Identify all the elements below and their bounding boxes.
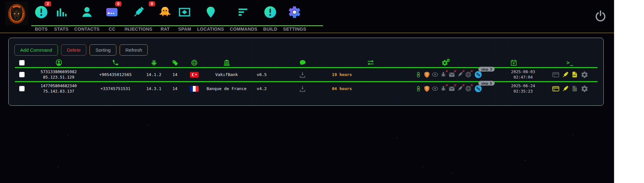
- injections-count-badge: 0: [149, 1, 155, 6]
- refresh-button[interactable]: Refresh: [120, 44, 148, 56]
- inject-action-icon[interactable]: [561, 85, 569, 93]
- x-mark: ✕: [453, 69, 456, 73]
- status-icons: ✕ ✕ ✕ ✕ step_5: [410, 85, 483, 93]
- commands-toolbar: Add Command Delete Sorting Refresh: [14, 44, 148, 56]
- nav-item-commands[interactable]: COMMANDS: [227, 0, 260, 33]
- nav-label: INJECTIONS: [124, 27, 152, 32]
- sdk-level: 14: [165, 86, 185, 91]
- bot-id: 573133806695982: [41, 69, 77, 74]
- nav-label: BUILD: [263, 27, 277, 32]
- app-circle-icon: [474, 71, 482, 79]
- nav-item-spam[interactable]: SPAM: [175, 0, 194, 33]
- nav-label: COMMANDS: [230, 27, 257, 32]
- x-mark: ✕: [470, 69, 473, 73]
- x-mark: ✕: [461, 69, 465, 73]
- add-command-button[interactable]: Add Command: [14, 44, 58, 56]
- x-mark: ✕: [470, 83, 473, 88]
- flag-turkey: ★: [190, 72, 199, 78]
- bar-chart-icon: [55, 0, 68, 24]
- logout-power-button[interactable]: [593, 9, 608, 24]
- bots-count-badge: 2: [44, 1, 51, 6]
- last-connect-date: 2025-06-24: [511, 83, 535, 89]
- right-margin-strip: [614, 0, 644, 183]
- nav-item-stats[interactable]: STATS: [51, 0, 71, 33]
- nav-item-settings[interactable]: SETTINGS: [280, 0, 309, 33]
- row-checkbox[interactable]: [19, 86, 25, 91]
- battery-icon: [415, 71, 422, 78]
- delete-button[interactable]: Delete: [61, 44, 86, 56]
- android-icon: [143, 59, 165, 66]
- logs-action-icon[interactable]: [571, 71, 579, 79]
- settings-action-icon[interactable]: [580, 71, 588, 79]
- nav-item-contacts[interactable]: CONTACTS: [71, 0, 102, 33]
- filter-bars-icon: [237, 0, 250, 24]
- bank-name: VakıfBank: [203, 72, 250, 77]
- app-screen: 2 BOTS STATS CONTACTS 0: [0, 0, 644, 183]
- main-nav: 2 BOTS STATS CONTACTS 0: [31, 0, 309, 33]
- mail-diamond-icon: [178, 0, 191, 24]
- phone-icon: [88, 59, 143, 66]
- x-mark: ✕: [445, 69, 448, 73]
- settings-action-icon[interactable]: [580, 85, 588, 93]
- syringe-disabled-icon: ✕: [456, 85, 464, 92]
- bot-ip: 85.123.51.129: [41, 75, 77, 80]
- bots-table: >_ 573133806695982 85.123.51.129 +905435…: [15, 58, 598, 95]
- flag-france: [190, 86, 199, 92]
- nav-item-injections[interactable]: 0 INJECTIONS: [122, 0, 155, 33]
- inject-action-icon[interactable]: [561, 71, 569, 79]
- shield-question-icon: [423, 85, 430, 92]
- battery-icon: [415, 85, 422, 92]
- app-status: step_5: [474, 85, 482, 93]
- table-row: 147705804682340 75.142.63.137 +337457515…: [15, 82, 598, 95]
- syringe-icon: [132, 0, 145, 24]
- select-all-checkbox[interactable]: [19, 60, 25, 65]
- download-icon[interactable]: [299, 71, 307, 79]
- user-circle-icon: [29, 59, 88, 66]
- nav-active-underline: [31, 25, 323, 26]
- logs-action-icon[interactable]: [571, 85, 579, 93]
- nav-label: CC: [109, 27, 115, 32]
- bank-icon: [203, 59, 250, 66]
- globe-icon: [185, 59, 203, 66]
- globe-disabled-icon: ✕: [465, 71, 472, 78]
- wolf-logo: [5, 2, 28, 25]
- nav-item-rat[interactable]: RAT: [155, 0, 175, 33]
- card-action-icon[interactable]: [552, 71, 560, 79]
- octopus-icon: [158, 0, 172, 24]
- phone-number: +33745751531: [88, 86, 143, 91]
- nav-label: STATS: [54, 27, 68, 32]
- nav-item-cc[interactable]: 0 CC: [102, 0, 122, 33]
- android-version: 14.3.1: [143, 86, 165, 91]
- step-badge: step_5: [478, 81, 495, 86]
- card-action-icon[interactable]: [552, 85, 560, 93]
- table-row: 573133806695982 85.123.51.129 +905435012…: [15, 68, 598, 81]
- map-pin-icon: [204, 0, 217, 24]
- chat-bubble-icon: [274, 59, 331, 66]
- nav-label: BOTS: [35, 27, 48, 32]
- app-status: step_3: [474, 71, 482, 79]
- mail-disabled-icon: ✕: [448, 85, 455, 92]
- nav-label: RAT: [161, 27, 170, 32]
- x-mark: ✕: [461, 83, 465, 88]
- step-badge: step_3: [478, 67, 495, 72]
- nav-item-build[interactable]: BUILD: [260, 0, 280, 33]
- row-checkbox[interactable]: [19, 72, 25, 77]
- last-connect-date: 2025-08-03: [511, 69, 535, 75]
- eye-icon: [431, 85, 439, 92]
- x-mark: ✕: [453, 83, 456, 88]
- gear-icon: [287, 0, 302, 24]
- bug-disabled-icon: ✕: [440, 85, 447, 92]
- alert-circle-icon: [263, 0, 277, 24]
- sorting-button[interactable]: Sorting: [90, 44, 116, 56]
- nav-item-locations[interactable]: LOCATIONS: [194, 0, 227, 33]
- calendar-plus-icon: [483, 59, 544, 66]
- bug-disabled-icon: ✕: [440, 71, 447, 78]
- last-connect-time: 02:47:04: [511, 75, 535, 80]
- nav-item-bots[interactable]: 2 BOTS: [31, 0, 51, 33]
- mail-disabled-icon: ✕: [448, 71, 455, 78]
- download-icon[interactable]: [299, 85, 307, 93]
- bot-ip: 75.142.63.137: [41, 89, 77, 94]
- last-connect-time: 02:35:23: [511, 89, 535, 94]
- x-mark: ✕: [445, 83, 448, 88]
- nav-label: SETTINGS: [283, 27, 306, 32]
